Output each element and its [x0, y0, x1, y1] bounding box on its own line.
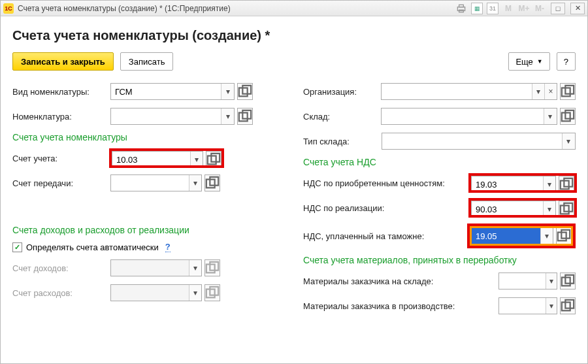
- save-close-button[interactable]: Записать и закрыть: [12, 52, 114, 71]
- sklad-label: Склад:: [303, 112, 374, 122]
- window-maximize-button[interactable]: □: [551, 3, 565, 14]
- autodetect-label: Определять счета автоматически: [26, 242, 159, 252]
- schet-dohodov-input: [111, 260, 189, 276]
- mat-sklad-dropdown[interactable]: ▾: [546, 273, 557, 289]
- mat-proizv-label: Материалы заказчика в производстве:: [303, 301, 492, 311]
- organizatsiya-dropdown[interactable]: ▾: [532, 84, 544, 99]
- schet-peredachi-dropdown[interactable]: ▾: [189, 175, 201, 191]
- sklad-open[interactable]: [560, 108, 576, 125]
- nds-priobr-input[interactable]: [472, 176, 543, 192]
- schet-dohodov-label: Счет доходов:: [12, 263, 110, 273]
- organizatsiya-open[interactable]: [560, 83, 576, 100]
- nds-priobr-open[interactable]: [559, 176, 574, 193]
- schet-dohodov-dropdown: ▾: [189, 260, 201, 276]
- schet-peredachi-input[interactable]: [111, 175, 189, 191]
- schet-rashodov-input: [111, 285, 189, 301]
- toolbar: Записать и закрыть Записать Еще ▼ ?: [12, 52, 576, 71]
- organizatsiya-clear[interactable]: ×: [544, 84, 557, 99]
- mat-proizv-open[interactable]: [560, 297, 576, 314]
- window-close-button[interactable]: ✕: [570, 3, 585, 14]
- calendar-date-icon[interactable]: 31: [487, 3, 498, 14]
- organizatsiya-label: Организация:: [303, 87, 374, 97]
- save-button[interactable]: Записать: [120, 52, 174, 71]
- vid-nomenklatury-open[interactable]: [237, 83, 253, 100]
- schet-rashodov-open: [204, 284, 220, 301]
- nds-realiz-dropdown[interactable]: ▾: [543, 201, 555, 217]
- schet-peredachi-open[interactable]: [204, 174, 220, 191]
- svg-rect-1: [459, 5, 464, 7]
- tip-sklada-dropdown[interactable]: ▾: [562, 133, 575, 149]
- memory-mplus-icon[interactable]: M+: [518, 3, 530, 14]
- memory-mminus-icon[interactable]: M-: [534, 3, 546, 14]
- window-title: Счета учета номенклатуры (создание) * (1…: [18, 4, 231, 13]
- nomenklatura-dropdown[interactable]: ▾: [221, 108, 234, 124]
- section-materials-title: Счета учета материалов, принятых в перер…: [303, 255, 576, 265]
- help-button[interactable]: ?: [557, 52, 576, 71]
- schet-rashodov-label: Счет расходов:: [12, 288, 110, 298]
- organizatsiya-input[interactable]: [382, 84, 532, 99]
- nds-priobr-dropdown[interactable]: ▾: [543, 176, 555, 192]
- tip-sklada-label: Тип склада:: [303, 137, 375, 146]
- nds-realiz-label: НДС по реализации:: [303, 203, 463, 213]
- section-income-title: Счета доходов и расходов от реализации: [12, 225, 285, 235]
- chevron-down-icon: ▼: [537, 58, 543, 65]
- calendar-icon[interactable]: ▦: [471, 3, 483, 14]
- sklad-input[interactable]: [382, 108, 544, 124]
- nomenklatura-label: Номенклатура:: [12, 112, 110, 122]
- schet-peredachi-label: Счет передачи:: [12, 178, 110, 188]
- vid-nomenklatury-dropdown[interactable]: ▾: [221, 84, 234, 99]
- section-nds-title: Счета учета НДС: [303, 157, 576, 167]
- schet-rashodov-dropdown: ▾: [189, 285, 201, 301]
- vid-nomenklatury-input[interactable]: [111, 84, 221, 99]
- mat-proizv-dropdown[interactable]: ▾: [546, 298, 557, 314]
- nds-tamozh-label: НДС, уплаченный на таможне:: [303, 231, 461, 241]
- tip-sklada-input[interactable]: [382, 133, 562, 149]
- nds-realiz-open[interactable]: [559, 201, 574, 218]
- mat-proizv-input[interactable]: [499, 298, 546, 314]
- schet-dohodov-open: [204, 259, 220, 276]
- app-logo-icon: 1C: [3, 3, 14, 14]
- more-button[interactable]: Еще ▼: [508, 52, 549, 71]
- mat-sklad-open[interactable]: [560, 273, 576, 290]
- more-button-label: Еще: [515, 57, 532, 67]
- nds-realiz-input[interactable]: [472, 201, 543, 217]
- schet-ucheta-label: Счет учета:: [12, 154, 110, 163]
- autodetect-hint-icon[interactable]: ?: [165, 242, 171, 252]
- titlebar: 1C Счета учета номенклатуры (создание) *…: [1, 1, 587, 16]
- nds-tamozh-open[interactable]: [556, 227, 572, 244]
- nds-tamozh-dropdown[interactable]: ▾: [540, 228, 553, 244]
- print-icon[interactable]: [455, 3, 467, 14]
- section-accounts-title: Счета учета номенклатуры: [12, 132, 285, 142]
- nds-tamozh-input[interactable]: [472, 228, 540, 244]
- schet-ucheta-input[interactable]: [112, 152, 190, 167]
- nds-priobr-label: НДС по приобретенным ценностям:: [303, 178, 463, 188]
- autodetect-checkbox[interactable]: ✓: [12, 242, 22, 252]
- mat-sklad-label: Материалы заказчика на складе:: [303, 276, 492, 286]
- sklad-dropdown[interactable]: ▾: [544, 108, 557, 124]
- page-title: Счета учета номенклатуры (создание) *: [12, 28, 576, 43]
- schet-ucheta-dropdown[interactable]: ▾: [190, 152, 203, 167]
- schet-ucheta-open[interactable]: [206, 151, 221, 168]
- vid-nomenklatury-label: Вид номенклатуры:: [12, 87, 110, 97]
- mat-sklad-input[interactable]: [499, 273, 546, 289]
- nomenklatura-input[interactable]: [111, 108, 221, 124]
- nomenklatura-open[interactable]: [237, 108, 253, 125]
- memory-m-icon[interactable]: M: [502, 3, 514, 14]
